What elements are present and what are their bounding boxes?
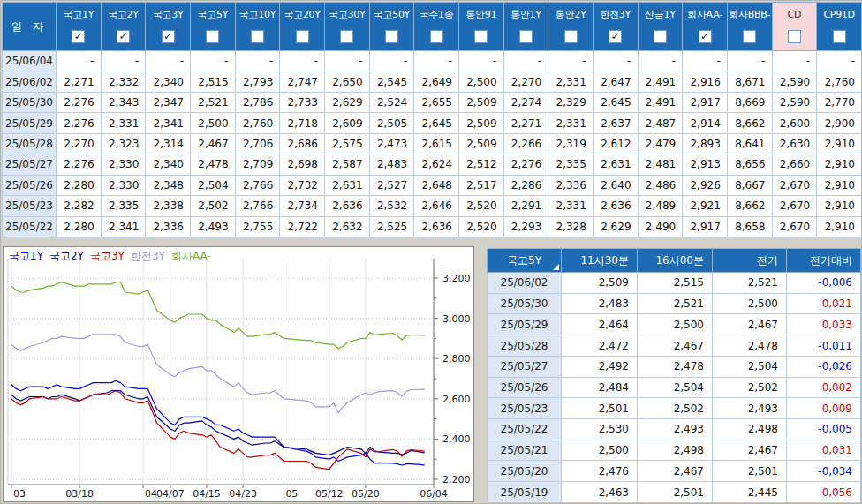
rate-cell: 8,669 (727, 92, 772, 112)
rate-1600-cell: 2,500 (638, 314, 713, 335)
date-cell: 25/05/28 (488, 335, 562, 357)
top-col-label: CP91D (817, 3, 861, 25)
intraday-row: 25/05/232,5012,5022,4930,009 (488, 398, 861, 419)
date-cell: 25/05/21 (488, 440, 562, 461)
x-axis-label: 04/23 (229, 488, 257, 500)
rate-cell: 8,662 (727, 196, 772, 216)
top-col-header: 회사BBB- (727, 3, 772, 51)
top-col-label: 국고30Y (325, 3, 369, 25)
column-checkbox[interactable]: ✓ (162, 30, 175, 43)
intraday-row: 25/05/212,5002,4982,4670,031 (488, 440, 861, 461)
legend-item: 한전3Y (131, 250, 165, 262)
rate-cell: 2,270 (503, 71, 548, 92)
rate-cell: 2,615 (414, 133, 459, 154)
rate-cell: 2,760 (817, 71, 862, 92)
rate-cell: 2,600 (772, 113, 817, 133)
rate-cell: 2,636 (593, 196, 638, 216)
rt-header-instrument[interactable]: 국고5Y (488, 249, 562, 273)
column-checkbox[interactable]: ✓ (609, 30, 622, 43)
column-checkbox[interactable]: ✓ (117, 30, 130, 43)
column-checkbox[interactable] (385, 30, 398, 43)
column-checkbox[interactable] (519, 30, 533, 43)
x-axis-label: 04/07 (156, 488, 185, 500)
column-checkbox[interactable] (206, 30, 219, 43)
date-cell: 25/05/30 (488, 293, 562, 314)
rate-cell: 2,718 (280, 113, 325, 133)
rate-cell: 2,521 (190, 92, 235, 112)
date-column-header: 일 자 (3, 3, 57, 51)
rt-header-1600[interactable]: 16시00분 (638, 249, 713, 273)
top-col-label: 통안91 (459, 3, 503, 25)
rate-cell: 8,658 (727, 216, 772, 237)
rt-header-change[interactable]: 전기대비 (787, 249, 861, 273)
rate-1130-cell: 2,484 (562, 377, 638, 398)
series-line (11, 380, 425, 465)
column-checkbox[interactable] (743, 30, 756, 43)
rate-cell: 2,520 (458, 196, 503, 216)
x-axis-label: 03 (13, 488, 26, 500)
rate-cell: - (235, 51, 280, 71)
rate-1600-cell: 2,467 (638, 335, 713, 357)
top-col-header: 국고20Y (280, 3, 325, 51)
column-checkbox[interactable] (251, 30, 264, 43)
x-axis-label: 05/12 (315, 488, 344, 500)
column-checkbox[interactable] (788, 30, 801, 43)
column-checkbox[interactable] (340, 30, 353, 43)
rate-cell: 2,330 (101, 175, 146, 195)
rate-cell: 2,329 (548, 92, 594, 112)
change-cell: 0,021 (787, 293, 861, 314)
intraday-row: 25/05/272,4922,4782,504-0,026 (488, 356, 861, 377)
bond-rate-quote-screen: 일 자 국고1Y✓국고2Y✓국고3Y✓국고5Y국고10Y국고20Y국고30Y국고… (0, 0, 862, 504)
column-checkbox[interactable] (654, 30, 667, 43)
prev-rate-cell: 2,498 (713, 419, 787, 440)
intraday-row: 25/05/292,4642,5002,4670,033 (488, 314, 861, 335)
rate-1130-cell: 2,501 (562, 398, 638, 419)
rt-header-1130[interactable]: 11시30분 (562, 249, 638, 273)
checkbox-wrap: ✓ (683, 25, 727, 49)
rate-cell: 2,650 (324, 71, 369, 92)
rate-cell: 2,709 (235, 154, 280, 175)
top-col-header: 통안2Y (548, 3, 594, 51)
rate-cell: - (503, 51, 548, 71)
column-checkbox[interactable]: ✓ (72, 30, 85, 43)
top-col-header: 국고10Y (235, 3, 280, 51)
right-table-header-row: 국고5Y 11시30분 16시00분 전기 전기대비 (488, 249, 861, 273)
prev-rate-cell: 2,445 (713, 482, 787, 503)
top-col-header: 국주1종 (414, 3, 459, 51)
rate-cell: 2,328 (548, 216, 594, 237)
checkbox-wrap: ✓ (146, 25, 190, 49)
top-table-row: 25/05/292,2762,3312,3412,5002,7602,7182,… (3, 113, 862, 133)
checkbox-wrap (370, 25, 414, 49)
rate-1130-cell: 2,483 (562, 293, 638, 314)
rate-cell: 2,916 (683, 71, 728, 92)
rate-cell: 2,722 (280, 216, 325, 237)
rate-cell: 2,276 (57, 92, 102, 112)
rate-cell: 2,525 (369, 216, 414, 237)
rate-cell: 2,766 (235, 175, 280, 195)
section-divider (1, 237, 862, 246)
column-checkbox[interactable] (833, 30, 846, 43)
column-checkbox[interactable] (474, 30, 488, 43)
rate-cell: - (101, 51, 146, 71)
column-checkbox[interactable] (430, 30, 443, 43)
rate-cell: 2,590 (772, 71, 817, 92)
rate-cell: 2,335 (101, 196, 146, 216)
rate-cell: 8,671 (727, 71, 772, 92)
y-axis-label: 3,200 (442, 273, 471, 284)
rate-cell: 2,517 (458, 175, 503, 195)
yield-line-chart: 3,2003,0002,8002,6002,4002,2000303/18040… (4, 247, 475, 503)
top-col-header: 국고1Y✓ (57, 3, 102, 51)
date-cell: 25/06/02 (488, 273, 562, 294)
ktb5y-intraday-table: 국고5Y 11시30분 16시00분 전기 전기대비 25/06/022,509… (487, 248, 861, 503)
rate-cell: 2,921 (683, 196, 728, 216)
rate-cell: 2,509 (458, 113, 503, 133)
top-table-row: 25/05/302,2762,3432,3472,5212,7862,7332,… (3, 92, 862, 112)
column-checkbox[interactable]: ✓ (699, 30, 712, 43)
top-col-label: 국고20Y (280, 3, 324, 25)
column-checkbox[interactable] (296, 30, 309, 43)
rt-header-prev[interactable]: 전기 (713, 249, 787, 273)
column-checkbox[interactable] (564, 30, 578, 43)
rate-1600-cell: 2,521 (638, 293, 713, 314)
rate-cell: 2,640 (593, 175, 638, 195)
rate-cell: 2,509 (458, 133, 503, 154)
